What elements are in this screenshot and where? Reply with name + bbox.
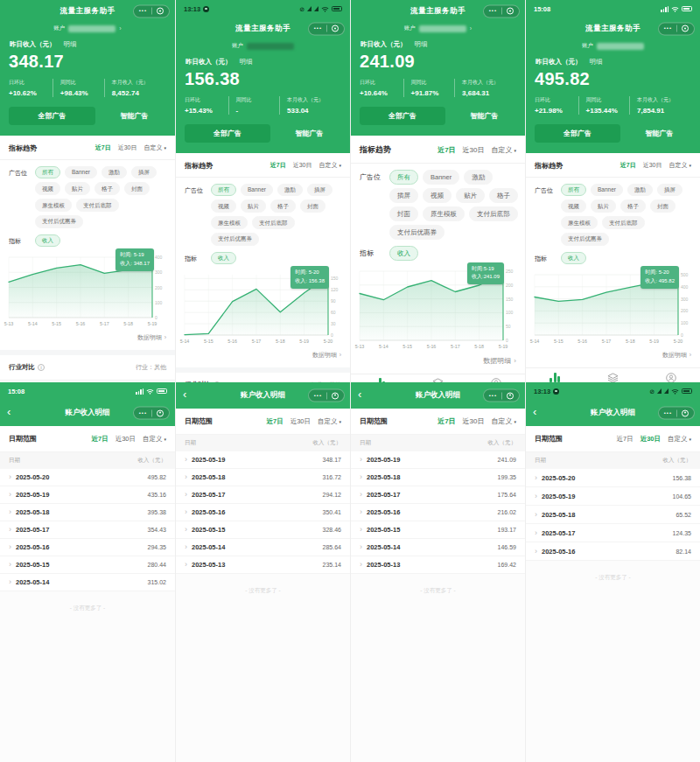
range-tab[interactable]: 自定义	[668, 161, 691, 170]
adslot-chip[interactable]: 贴片	[456, 188, 485, 203]
wechat-capsule[interactable]: •••	[133, 407, 170, 420]
range-tab[interactable]: 近7日	[266, 417, 283, 426]
range-tab[interactable]: 近30日	[463, 145, 485, 155]
more-icon[interactable]: •••	[314, 393, 322, 398]
range-tab[interactable]: 近30日	[463, 416, 485, 426]
more-icon[interactable]: •••	[489, 393, 497, 398]
adslot-chip[interactable]: 激励	[277, 184, 303, 197]
adslot-chip[interactable]: 封面	[124, 182, 150, 195]
account-row[interactable]: 账户	[526, 39, 700, 52]
account-row[interactable]: 账户	[176, 39, 350, 52]
adslot-chip[interactable]: 支付后底部	[252, 216, 295, 229]
adslot-chip[interactable]: 原生模板	[211, 216, 248, 229]
adslot-chip[interactable]: 支付后优惠券	[35, 215, 83, 228]
range-tab[interactable]: 近30日	[116, 435, 136, 444]
income-row[interactable]: › 2025-05-17 124.35	[526, 524, 700, 542]
all-ads-button[interactable]: 全部广告	[535, 124, 620, 143]
range-tab[interactable]: 自定义	[668, 435, 691, 444]
adslot-chip[interactable]: Banner	[423, 170, 459, 185]
smart-ads-button[interactable]: 智能广告	[452, 111, 516, 121]
income-row[interactable]: › 2025-05-16 216.02	[351, 504, 525, 521]
adslot-chip[interactable]: Banner	[241, 184, 273, 197]
metric-chip[interactable]: 收入	[211, 252, 236, 265]
back-icon[interactable]: ‹	[358, 388, 361, 400]
range-tab[interactable]: 自定义	[318, 161, 341, 170]
adslot-chip[interactable]: 插屏	[307, 184, 332, 197]
adslot-chip[interactable]: 激励	[627, 184, 653, 197]
metric-chip[interactable]: 收入	[561, 252, 586, 265]
adslot-chip[interactable]: 贴片	[65, 182, 90, 195]
income-row[interactable]: › 2025-05-20 495.82	[0, 469, 175, 486]
adslot-chip[interactable]: 格子	[620, 199, 646, 213]
wechat-capsule[interactable]: •••	[658, 407, 695, 420]
income-row[interactable]: › 2025-05-20 156.38	[526, 469, 700, 487]
income-row[interactable]: › 2025-05-14 146.59	[351, 539, 525, 556]
range-tab[interactable]: 近7日	[620, 161, 636, 170]
income-row[interactable]: › 2025-05-18 65.52	[526, 506, 700, 524]
range-tab[interactable]: 近7日	[270, 161, 286, 170]
wechat-capsule[interactable]: •••	[658, 22, 695, 35]
income-row[interactable]: › 2025-05-19 348.17	[176, 451, 350, 469]
more-icon[interactable]: •••	[314, 25, 322, 31]
range-tab[interactable]: 自定义	[491, 145, 516, 155]
adslot-chip[interactable]: 所有	[35, 166, 60, 179]
income-row[interactable]: › 2025-05-17 175.64	[351, 486, 525, 504]
adslot-chip[interactable]: 支付后底部	[602, 216, 645, 229]
data-detail-link[interactable]: 数据明细›	[0, 328, 175, 350]
range-tab[interactable]: 近7日	[438, 416, 455, 426]
adslot-chip[interactable]: 封面	[650, 199, 676, 213]
range-tab[interactable]: 自定义	[143, 435, 166, 444]
smart-ads-button[interactable]: 智能广告	[277, 129, 341, 138]
range-tab[interactable]: 近7日	[616, 435, 633, 444]
adslot-chip[interactable]: 原生模板	[561, 216, 598, 229]
range-tab[interactable]: 近30日	[290, 417, 311, 426]
tab-account[interactable]: 账户	[642, 368, 700, 382]
adslot-chip[interactable]: 激励	[102, 166, 127, 179]
adslot-chip[interactable]: 格子	[489, 188, 518, 203]
income-row[interactable]: › 2025-05-17 354.43	[0, 521, 175, 539]
income-detail-link[interactable]: 明细	[590, 58, 603, 66]
tab-smart-ads[interactable]: 智能广告管理	[409, 374, 466, 383]
more-icon[interactable]: •••	[489, 8, 497, 13]
adslot-chip[interactable]: 贴片	[241, 199, 266, 213]
income-row[interactable]: › 2025-05-16 294.35	[0, 539, 175, 556]
minimize-icon[interactable]	[332, 392, 339, 399]
income-row[interactable]: › 2025-05-13 169.42	[351, 556, 525, 574]
wechat-capsule[interactable]: •••	[133, 4, 170, 17]
income-row[interactable]: › 2025-05-18 395.38	[0, 504, 175, 521]
income-detail-link[interactable]: 明细	[64, 40, 77, 48]
minimize-icon[interactable]	[157, 8, 164, 15]
adslot-chip[interactable]: 激励	[464, 170, 493, 185]
adslot-chip[interactable]: 插屏	[131, 166, 157, 179]
industry-compare-section[interactable]: 行业对比i 行业：其他	[0, 355, 175, 380]
minimize-icon[interactable]	[507, 392, 514, 399]
adslot-chip[interactable]: 格子	[270, 199, 296, 213]
adslot-chip[interactable]: 贴片	[591, 199, 616, 213]
adslot-chip[interactable]: 视频	[423, 188, 452, 203]
income-row[interactable]: › 2025-05-16 82.14	[526, 542, 700, 561]
back-icon[interactable]: ‹	[183, 388, 186, 400]
minimize-icon[interactable]	[682, 25, 689, 32]
income-row[interactable]: › 2025-05-14 285.64	[176, 539, 350, 556]
range-tab[interactable]: 近30日	[293, 161, 312, 170]
tab-data[interactable]: 数据	[526, 368, 584, 382]
range-tab[interactable]: 近30日	[118, 143, 137, 152]
tab-data[interactable]: 数据	[351, 374, 409, 383]
smart-ads-button[interactable]: 智能广告	[102, 111, 166, 121]
range-tab[interactable]: 近30日	[640, 435, 661, 444]
income-row[interactable]: › 2025-05-16 350.41	[176, 504, 350, 521]
adslot-chip[interactable]: 封面	[300, 199, 326, 213]
income-row[interactable]: › 2025-05-19 241.09	[351, 451, 525, 469]
adslot-chip[interactable]: 所有	[561, 184, 586, 197]
minimize-icon[interactable]	[157, 409, 164, 416]
range-tab[interactable]: 近7日	[91, 435, 108, 444]
adslot-chip[interactable]: 原生模板	[35, 199, 72, 212]
adslot-chip[interactable]: 支付后优惠券	[211, 233, 259, 246]
range-tab[interactable]: 自定义	[144, 143, 166, 152]
all-ads-button[interactable]: 全部广告	[185, 124, 270, 143]
adslot-chip[interactable]: 插屏	[657, 184, 682, 197]
adslot-chip[interactable]: 视频	[35, 182, 60, 195]
income-detail-link[interactable]: 明细	[415, 40, 428, 48]
adslot-chip[interactable]: 原生模板	[423, 206, 465, 221]
back-icon[interactable]: ‹	[7, 406, 10, 417]
